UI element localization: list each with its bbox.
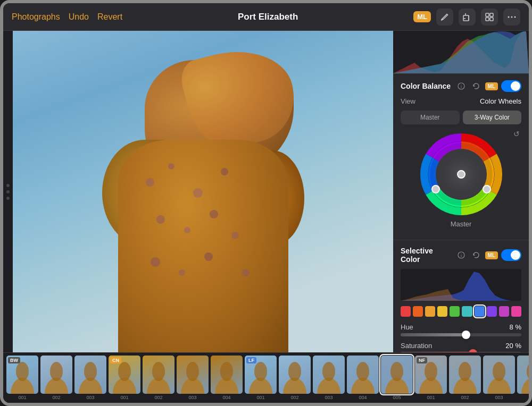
selective-color-section: Selective Color i ML [393, 240, 529, 352]
film-label-7: 001 [256, 395, 264, 400]
svg-point-47 [220, 362, 233, 381]
color-wheel-reset-button[interactable]: ↺ [513, 130, 520, 138]
selective-color-reset-icon[interactable] [470, 249, 482, 261]
ml-badge[interactable]: ML [413, 11, 431, 22]
svg-point-10 [193, 188, 203, 198]
crop-icon-button[interactable] [459, 9, 476, 26]
more-icon-button[interactable] [503, 9, 520, 26]
color-swatch-0[interactable] [401, 306, 411, 317]
color-wheel-svg [419, 132, 504, 217]
color-swatch-9[interactable] [511, 306, 521, 317]
photographs-button[interactable]: Photographs [12, 12, 60, 22]
svg-point-37 [50, 362, 63, 381]
left-strip [3, 31, 13, 352]
color-balance-toggle[interactable] [501, 80, 521, 92]
film-item-10[interactable]: 004 [347, 356, 379, 400]
selective-color-header: Selective Color i ML [401, 247, 521, 264]
film-thumb-13 [449, 356, 481, 394]
film-item-12[interactable]: NF001 [415, 356, 447, 400]
film-item-6[interactable]: 004 [211, 356, 243, 400]
svg-point-17 [179, 269, 185, 276]
hue-slider-fill [401, 333, 466, 336]
tab-3way[interactable]: 3-Way Color [463, 111, 522, 124]
svg-point-59 [425, 362, 437, 381]
top-bar: Photographs Undo Revert Port Elizabeth M… [3, 3, 529, 31]
pencil-icon-button[interactable] [436, 9, 453, 26]
undo-button[interactable]: Undo [69, 12, 89, 22]
color-balance-info-icon[interactable]: i [455, 80, 467, 92]
saturation-slider-fill [401, 352, 473, 352]
svg-point-51 [288, 362, 301, 381]
film-label-6: 004 [222, 395, 230, 400]
saturation-slider-track[interactable] [401, 352, 521, 352]
film-thumb-11 [381, 356, 413, 394]
color-balance-header: Color Balance i ML [401, 80, 521, 92]
film-item-9[interactable]: 003 [313, 356, 345, 400]
svg-point-49 [254, 362, 267, 381]
film-thumb-6 [211, 356, 243, 394]
svg-text:i: i [461, 84, 462, 89]
svg-rect-0 [463, 15, 469, 21]
film-item-3[interactable]: CN001 [109, 356, 140, 400]
film-label-3: 001 [120, 395, 128, 400]
svg-point-55 [356, 362, 369, 381]
color-swatch-3[interactable] [437, 306, 447, 317]
svg-rect-1 [486, 13, 489, 16]
film-label-2: 003 [86, 395, 94, 400]
film-item-5[interactable]: 003 [177, 356, 209, 400]
top-bar-right: ML [413, 9, 520, 26]
color-swatch-5[interactable] [462, 306, 472, 317]
saturation-label: Saturation [401, 342, 432, 350]
color-balance-reset-icon[interactable] [470, 80, 482, 92]
film-thumb-8 [279, 356, 311, 394]
film-item-13[interactable]: 002 [449, 356, 481, 400]
color-swatch-7[interactable] [487, 306, 497, 317]
color-balance-tabs: Master 3-Way Color [401, 111, 521, 124]
hue-slider-track[interactable] [401, 333, 521, 336]
hue-label: Hue [401, 323, 413, 331]
color-wheel-wrap: ↺ [419, 132, 504, 217]
film-item-14[interactable]: 003 [483, 356, 515, 400]
svg-point-30 [483, 185, 491, 193]
film-item-11[interactable]: 005 [381, 356, 413, 400]
color-swatch-6[interactable] [475, 306, 485, 317]
film-item-8[interactable]: 002 [279, 356, 311, 400]
view-label: View [401, 97, 415, 105]
saturation-slider-header: Saturation 20 % [401, 342, 521, 350]
svg-point-45 [186, 362, 199, 381]
selective-color-ml-badge[interactable]: ML [485, 251, 498, 259]
film-item-2[interactable]: 003 [74, 356, 106, 400]
color-swatch-2[interactable] [425, 306, 435, 317]
film-item-1[interactable]: 002 [40, 356, 72, 400]
color-swatch-4[interactable] [450, 306, 460, 317]
color-swatch-1[interactable] [413, 306, 423, 317]
color-balance-title: Color Balance [401, 82, 452, 90]
selective-color-toggle[interactable] [501, 249, 521, 261]
selective-color-info-icon[interactable]: i [455, 249, 467, 261]
svg-rect-3 [486, 18, 489, 21]
histogram [393, 31, 529, 73]
view-value[interactable]: Color Wheels [480, 97, 521, 105]
svg-point-14 [210, 210, 218, 218]
tab-master[interactable]: Master [401, 111, 460, 124]
hue-slider-thumb[interactable] [462, 331, 470, 339]
color-swatch-8[interactable] [499, 306, 509, 317]
film-thumb-12: NF [415, 356, 447, 394]
film-item-7[interactable]: LF001 [245, 356, 277, 400]
grid-icon-button[interactable] [481, 9, 498, 26]
film-thumb-7: LF [245, 356, 277, 394]
svg-point-53 [322, 362, 335, 381]
color-balance-ml-badge[interactable]: ML [485, 82, 498, 90]
svg-point-31 [458, 171, 465, 178]
film-item-0[interactable]: BW001 [6, 356, 38, 400]
film-item-4[interactable]: 002 [143, 356, 174, 400]
selective-color-title: Selective Color [401, 247, 452, 264]
left-dots [6, 184, 10, 200]
revert-button[interactable]: Revert [97, 12, 122, 22]
film-item-15[interactable]: 004 [517, 356, 529, 400]
film-thumb-2 [74, 356, 106, 394]
film-label-9: 003 [325, 395, 332, 400]
selective-color-histogram [401, 269, 521, 301]
photo-title: Port Elizabeth [122, 12, 413, 22]
subject-body [118, 140, 288, 352]
